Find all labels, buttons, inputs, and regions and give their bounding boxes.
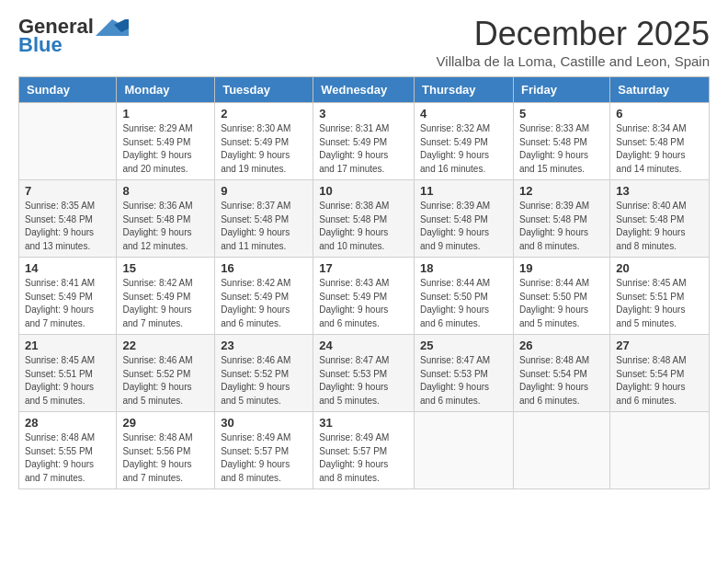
day-number: 31 — [319, 416, 408, 430]
calendar-cell: 10Sunrise: 8:38 AMSunset: 5:48 PMDayligh… — [313, 180, 415, 258]
week-row-2: 7Sunrise: 8:35 AMSunset: 5:48 PMDaylight… — [19, 180, 710, 258]
calendar-cell: 16Sunrise: 8:42 AMSunset: 5:49 PMDayligh… — [215, 258, 313, 335]
day-number: 25 — [420, 339, 507, 352]
day-number: 29 — [122, 416, 209, 430]
header-sunday: Sunday — [19, 77, 117, 103]
calendar-cell: 8Sunrise: 8:36 AMSunset: 5:48 PMDaylight… — [117, 180, 215, 258]
day-number: 1 — [122, 107, 209, 121]
header-saturday: Saturday — [610, 77, 710, 103]
day-number: 20 — [616, 261, 703, 275]
day-info: Sunrise: 8:44 AMSunset: 5:50 PMDaylight:… — [519, 277, 604, 330]
day-number: 30 — [221, 416, 307, 430]
calendar-cell: 27Sunrise: 8:48 AMSunset: 5:54 PMDayligh… — [610, 335, 710, 412]
header: General Blue December 2025 Villalba de l… — [18, 15, 710, 69]
week-row-5: 28Sunrise: 8:48 AMSunset: 5:55 PMDayligh… — [19, 412, 710, 489]
day-info: Sunrise: 8:49 AMSunset: 5:57 PMDaylight:… — [319, 431, 408, 485]
month-title: December 2025 — [437, 15, 710, 53]
calendar-cell: 30Sunrise: 8:49 AMSunset: 5:57 PMDayligh… — [215, 412, 313, 489]
calendar-cell: 6Sunrise: 8:34 AMSunset: 5:48 PMDaylight… — [610, 103, 710, 180]
day-info: Sunrise: 8:48 AMSunset: 5:55 PMDaylight:… — [25, 431, 110, 485]
calendar-cell: 28Sunrise: 8:48 AMSunset: 5:55 PMDayligh… — [19, 412, 117, 489]
calendar-cell: 4Sunrise: 8:32 AMSunset: 5:49 PMDaylight… — [415, 103, 514, 180]
header-thursday: Thursday — [415, 77, 514, 103]
day-number: 21 — [25, 339, 110, 352]
header-wednesday: Wednesday — [313, 77, 415, 103]
day-info: Sunrise: 8:41 AMSunset: 5:49 PMDaylight:… — [25, 277, 110, 330]
day-info: Sunrise: 8:45 AMSunset: 5:51 PMDaylight:… — [25, 354, 110, 408]
day-info: Sunrise: 8:32 AMSunset: 5:49 PMDaylight:… — [420, 122, 507, 176]
calendar-cell: 26Sunrise: 8:48 AMSunset: 5:54 PMDayligh… — [513, 335, 609, 412]
logo: General Blue — [18, 15, 129, 57]
day-number: 2 — [221, 107, 307, 121]
calendar-cell: 15Sunrise: 8:42 AMSunset: 5:49 PMDayligh… — [117, 258, 215, 335]
day-info: Sunrise: 8:31 AMSunset: 5:49 PMDaylight:… — [319, 122, 408, 176]
header-tuesday: Tuesday — [215, 77, 313, 103]
logo-text-blue: Blue — [18, 33, 63, 57]
calendar-header-row: SundayMondayTuesdayWednesdayThursdayFrid… — [19, 77, 710, 103]
week-row-3: 14Sunrise: 8:41 AMSunset: 5:49 PMDayligh… — [19, 258, 710, 335]
day-info: Sunrise: 8:42 AMSunset: 5:49 PMDaylight:… — [221, 277, 307, 330]
day-info: Sunrise: 8:33 AMSunset: 5:48 PMDaylight:… — [519, 122, 604, 176]
calendar-cell: 20Sunrise: 8:45 AMSunset: 5:51 PMDayligh… — [610, 258, 710, 335]
day-info: Sunrise: 8:39 AMSunset: 5:48 PMDaylight:… — [420, 200, 507, 253]
day-info: Sunrise: 8:48 AMSunset: 5:54 PMDaylight:… — [519, 354, 604, 408]
day-number: 19 — [519, 261, 604, 275]
day-number: 17 — [319, 261, 408, 275]
title-area: December 2025 Villalba de la Loma, Casti… — [437, 15, 710, 69]
calendar-cell: 14Sunrise: 8:41 AMSunset: 5:49 PMDayligh… — [19, 258, 117, 335]
day-number: 5 — [519, 107, 604, 121]
calendar-cell: 2Sunrise: 8:30 AMSunset: 5:49 PMDaylight… — [215, 103, 313, 180]
calendar-cell: 25Sunrise: 8:47 AMSunset: 5:53 PMDayligh… — [415, 335, 514, 412]
day-info: Sunrise: 8:44 AMSunset: 5:50 PMDaylight:… — [420, 277, 507, 330]
day-info: Sunrise: 8:48 AMSunset: 5:54 PMDaylight:… — [616, 354, 703, 408]
day-info: Sunrise: 8:37 AMSunset: 5:48 PMDaylight:… — [221, 200, 307, 253]
day-info: Sunrise: 8:47 AMSunset: 5:53 PMDaylight:… — [319, 354, 408, 408]
calendar-cell: 9Sunrise: 8:37 AMSunset: 5:48 PMDaylight… — [215, 180, 313, 258]
calendar-cell: 12Sunrise: 8:39 AMSunset: 5:48 PMDayligh… — [513, 180, 609, 258]
calendar-cell — [19, 103, 117, 180]
calendar-cell: 31Sunrise: 8:49 AMSunset: 5:57 PMDayligh… — [313, 412, 415, 489]
day-info: Sunrise: 8:45 AMSunset: 5:51 PMDaylight:… — [616, 277, 703, 330]
day-number: 14 — [25, 261, 110, 275]
calendar-cell: 13Sunrise: 8:40 AMSunset: 5:48 PMDayligh… — [610, 180, 710, 258]
day-number: 28 — [25, 416, 110, 430]
calendar-cell: 18Sunrise: 8:44 AMSunset: 5:50 PMDayligh… — [415, 258, 514, 335]
day-number: 13 — [616, 184, 703, 198]
calendar-cell: 1Sunrise: 8:29 AMSunset: 5:49 PMDaylight… — [117, 103, 215, 180]
calendar-cell — [610, 412, 710, 489]
calendar-cell — [513, 412, 609, 489]
day-info: Sunrise: 8:47 AMSunset: 5:53 PMDaylight:… — [420, 354, 507, 408]
day-info: Sunrise: 8:36 AMSunset: 5:48 PMDaylight:… — [122, 200, 209, 253]
calendar-cell: 19Sunrise: 8:44 AMSunset: 5:50 PMDayligh… — [513, 258, 609, 335]
day-number: 9 — [221, 184, 307, 198]
day-number: 16 — [221, 261, 307, 275]
day-number: 7 — [25, 184, 110, 198]
day-info: Sunrise: 8:49 AMSunset: 5:57 PMDaylight:… — [221, 431, 307, 485]
day-info: Sunrise: 8:39 AMSunset: 5:48 PMDaylight:… — [519, 200, 604, 253]
day-number: 12 — [519, 184, 604, 198]
day-info: Sunrise: 8:40 AMSunset: 5:48 PMDaylight:… — [616, 200, 703, 253]
day-info: Sunrise: 8:34 AMSunset: 5:48 PMDaylight:… — [616, 122, 703, 176]
day-info: Sunrise: 8:46 AMSunset: 5:52 PMDaylight:… — [221, 354, 307, 408]
calendar-cell: 5Sunrise: 8:33 AMSunset: 5:48 PMDaylight… — [513, 103, 609, 180]
day-number: 26 — [519, 339, 604, 352]
day-info: Sunrise: 8:30 AMSunset: 5:49 PMDaylight:… — [221, 122, 307, 176]
day-info: Sunrise: 8:35 AMSunset: 5:48 PMDaylight:… — [25, 200, 110, 253]
day-number: 11 — [420, 184, 507, 198]
calendar-cell: 11Sunrise: 8:39 AMSunset: 5:48 PMDayligh… — [415, 180, 514, 258]
calendar-cell: 22Sunrise: 8:46 AMSunset: 5:52 PMDayligh… — [117, 335, 215, 412]
day-info: Sunrise: 8:48 AMSunset: 5:56 PMDaylight:… — [122, 431, 209, 485]
week-row-1: 1Sunrise: 8:29 AMSunset: 5:49 PMDaylight… — [19, 103, 710, 180]
day-number: 23 — [221, 339, 307, 352]
day-info: Sunrise: 8:29 AMSunset: 5:49 PMDaylight:… — [122, 122, 209, 176]
day-info: Sunrise: 8:42 AMSunset: 5:49 PMDaylight:… — [122, 277, 209, 330]
week-row-4: 21Sunrise: 8:45 AMSunset: 5:51 PMDayligh… — [19, 335, 710, 412]
calendar-cell: 17Sunrise: 8:43 AMSunset: 5:49 PMDayligh… — [313, 258, 415, 335]
day-number: 3 — [319, 107, 408, 121]
day-info: Sunrise: 8:46 AMSunset: 5:52 PMDaylight:… — [122, 354, 209, 408]
day-number: 6 — [616, 107, 703, 121]
day-number: 8 — [122, 184, 209, 198]
day-number: 18 — [420, 261, 507, 275]
calendar-cell — [415, 412, 514, 489]
header-friday: Friday — [513, 77, 609, 103]
